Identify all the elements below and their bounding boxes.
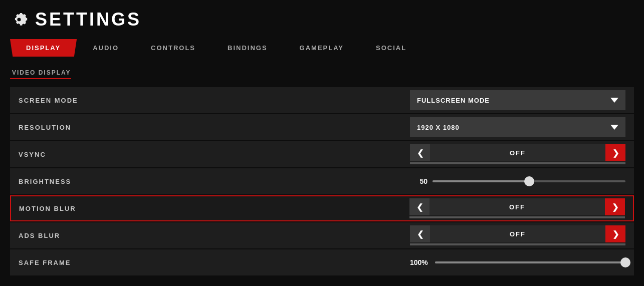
motion-blur-next-button[interactable]: ❯ xyxy=(605,198,625,215)
left-arrow-icon: ❮ xyxy=(416,202,423,212)
motion-blur-arrow-control: ❮ OFF ❯ xyxy=(409,198,625,218)
chevron-down-icon xyxy=(610,125,618,130)
ads-blur-control: ❮ OFF ❯ xyxy=(410,225,625,245)
setting-row-safe-frame: SAFE FRAME 100% xyxy=(10,249,634,275)
tab-audio[interactable]: AUDIO xyxy=(77,39,135,57)
settings-container: SCREEN MODE FULLSCREEN MODE RESOLUTION 1… xyxy=(10,87,634,275)
brightness-label: BRIGHTNESS xyxy=(19,178,410,185)
left-arrow-icon: ❮ xyxy=(417,148,423,158)
tab-display[interactable]: DISPLAY xyxy=(10,39,77,57)
vsync-next-button[interactable]: ❯ xyxy=(605,144,625,161)
setting-row-resolution: RESOLUTION 1920 x 1080 xyxy=(10,114,634,140)
setting-row-brightness: BRIGHTNESS 50 xyxy=(10,168,634,194)
setting-row-vsync: VSYNC ❮ OFF ❯ xyxy=(10,141,634,167)
motion-blur-control: ❮ OFF ❯ xyxy=(409,198,625,218)
ads-blur-prev-button[interactable]: ❮ xyxy=(410,225,430,242)
vsync-arrow-row: ❮ OFF ❯ xyxy=(410,144,625,161)
ads-blur-arrow-row: ❮ OFF ❯ xyxy=(410,225,625,242)
tab-gameplay[interactable]: GAMEPLAY xyxy=(284,39,360,57)
left-arrow-icon: ❮ xyxy=(417,229,423,239)
screen-mode-value: FULLSCREEN MODE xyxy=(417,97,490,104)
page-title: SETTINGS xyxy=(35,9,141,30)
chevron-down-icon xyxy=(610,98,618,103)
settings-page: SETTINGS DISPLAY AUDIO CONTROLS BINDINGS… xyxy=(0,0,644,275)
safe-frame-fill xyxy=(435,261,625,263)
tab-bindings[interactable]: BINDINGS xyxy=(211,39,284,57)
ads-blur-label: ADS BLUR xyxy=(19,232,410,239)
vsync-value: OFF xyxy=(510,149,526,157)
motion-blur-prev-button[interactable]: ❮ xyxy=(409,198,430,215)
gear-icon xyxy=(10,11,28,29)
motion-blur-track xyxy=(409,216,625,218)
brightness-thumb[interactable] xyxy=(524,176,534,186)
resolution-value: 1920 x 1080 xyxy=(417,124,460,131)
right-arrow-icon: ❯ xyxy=(612,229,619,239)
brightness-slider-control[interactable]: 50 xyxy=(410,177,625,185)
brightness-value: 50 xyxy=(410,177,427,185)
screen-mode-control[interactable]: FULLSCREEN MODE xyxy=(410,90,625,110)
motion-blur-arrow-row: ❮ OFF ❯ xyxy=(409,198,625,215)
tab-social[interactable]: SOCIAL xyxy=(360,39,422,57)
brightness-control: 50 xyxy=(410,177,625,185)
setting-row-motion-blur: MOTION BLUR ❮ OFF ❯ xyxy=(10,195,634,221)
motion-blur-value: OFF xyxy=(509,203,525,211)
tabs-container: DISPLAY AUDIO CONTROLS BINDINGS GAMEPLAY… xyxy=(10,39,634,57)
safe-frame-track[interactable] xyxy=(435,261,625,263)
ads-blur-arrow-control: ❮ OFF ❯ xyxy=(410,225,625,245)
section-title: VIDEO DISPLAY xyxy=(10,69,71,79)
setting-row-screen-mode: SCREEN MODE FULLSCREEN MODE xyxy=(10,87,634,113)
tab-controls[interactable]: CONTROLS xyxy=(135,39,211,57)
safe-frame-value: 100% xyxy=(410,258,430,266)
vsync-track xyxy=(410,162,625,164)
vsync-control: ❮ OFF ❯ xyxy=(410,144,625,164)
setting-row-ads-blur: ADS BLUR ❮ OFF ❯ xyxy=(10,222,634,248)
motion-blur-value-box: OFF xyxy=(430,198,605,215)
ads-blur-next-button[interactable]: ❯ xyxy=(605,225,625,242)
vsync-value-box: OFF xyxy=(430,144,605,161)
resolution-label: RESOLUTION xyxy=(19,124,410,131)
safe-frame-label: SAFE FRAME xyxy=(19,259,410,266)
resolution-control[interactable]: 1920 x 1080 xyxy=(410,117,625,137)
screen-mode-dropdown[interactable]: FULLSCREEN MODE xyxy=(410,90,625,110)
safe-frame-control: 100% xyxy=(410,258,625,266)
brightness-fill xyxy=(433,180,529,182)
ads-blur-track xyxy=(410,243,625,245)
safe-frame-slider-control[interactable]: 100% xyxy=(410,258,625,266)
ads-blur-value: OFF xyxy=(510,230,526,238)
brightness-track[interactable] xyxy=(433,180,625,182)
right-arrow-icon: ❯ xyxy=(612,148,619,158)
vsync-label: VSYNC xyxy=(19,151,410,158)
safe-frame-thumb[interactable] xyxy=(620,257,630,267)
page-header: SETTINGS xyxy=(10,9,634,30)
motion-blur-label: MOTION BLUR xyxy=(19,205,409,212)
vsync-prev-button[interactable]: ❮ xyxy=(410,144,430,161)
ads-blur-value-box: OFF xyxy=(430,225,605,242)
resolution-dropdown[interactable]: 1920 x 1080 xyxy=(410,117,625,137)
vsync-arrow-control: ❮ OFF ❯ xyxy=(410,144,625,164)
right-arrow-icon: ❯ xyxy=(612,202,618,212)
screen-mode-label: SCREEN MODE xyxy=(19,97,410,104)
